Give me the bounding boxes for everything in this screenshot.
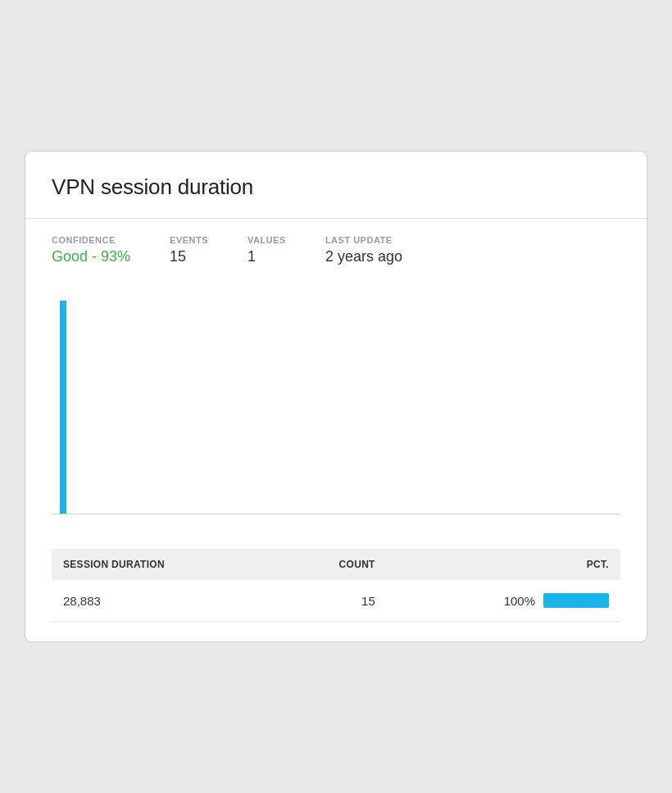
confidence-stat: CONFIDENCE Good - 93% xyxy=(52,235,130,265)
events-value: 15 xyxy=(170,248,208,265)
last-update-stat: LAST UPDATE 2 years ago xyxy=(325,235,402,265)
card-title: VPN session duration xyxy=(52,174,620,200)
last-update-label: LAST UPDATE xyxy=(325,235,402,245)
col-session-duration: SESSION DURATION xyxy=(52,549,279,580)
cell-session-duration: 28,883 xyxy=(52,580,279,622)
confidence-value: Good - 93% xyxy=(52,248,130,265)
values-value: 1 xyxy=(247,248,286,265)
chart-area xyxy=(25,279,647,532)
events-stat: EVENTS 15 xyxy=(170,235,208,265)
data-table: SESSION DURATION COUNT PCT. 28,88315100% xyxy=(52,549,620,622)
table-header-row: SESSION DURATION COUNT PCT. xyxy=(52,549,620,580)
confidence-label: CONFIDENCE xyxy=(52,235,130,245)
last-update-value: 2 years ago xyxy=(325,248,402,265)
cell-count: 15 xyxy=(279,580,387,622)
chart-inner xyxy=(52,285,620,514)
values-label: VALUES xyxy=(247,235,286,245)
vpn-session-card: VPN session duration CONFIDENCE Good - 9… xyxy=(25,151,647,642)
col-count: COUNT xyxy=(279,549,387,580)
col-pct: PCT. xyxy=(387,549,620,580)
chart-bar xyxy=(60,301,66,514)
pct-text: 100% xyxy=(504,594,535,608)
table-section: SESSION DURATION COUNT PCT. 28,88315100% xyxy=(25,532,647,641)
card-header: VPN session duration xyxy=(25,152,647,219)
cell-pct: 100% xyxy=(387,580,620,622)
stats-row: CONFIDENCE Good - 93% EVENTS 15 VALUES 1… xyxy=(25,219,647,279)
pct-bar xyxy=(543,593,609,608)
values-stat: VALUES 1 xyxy=(247,235,286,265)
events-label: EVENTS xyxy=(170,235,208,245)
table-row: 28,88315100% xyxy=(52,580,620,622)
